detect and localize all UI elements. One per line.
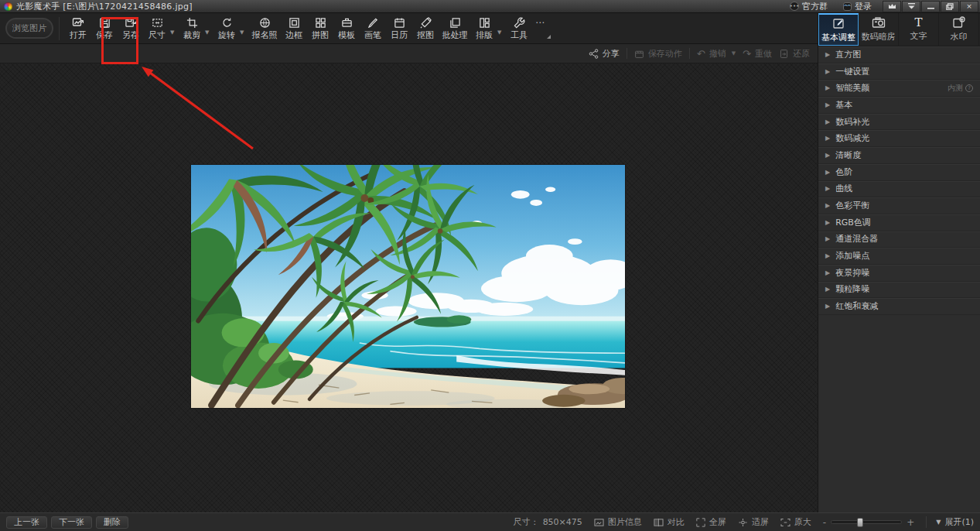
save-icon — [99, 15, 111, 29]
undo-button[interactable]: ↶ 撤销 ▼ — [697, 48, 736, 60]
revert-button[interactable]: 还原 — [779, 48, 810, 60]
window-title: 光影魔术手 [E:\图片\1720421458486.jpg] — [16, 1, 193, 12]
more-tools-button[interactable]: ⋯ — [532, 15, 552, 42]
expand-arrow-icon: ▶ — [825, 252, 830, 259]
expand-arrow-icon: ▶ — [825, 286, 830, 293]
actual-size-button[interactable]: 原大 — [780, 516, 811, 528]
zoom-in-button[interactable]: + — [907, 517, 914, 528]
panel-item-clarity[interactable]: ▶清晰度 — [818, 147, 980, 164]
zoom-control: - + — [823, 517, 914, 528]
main-toolbar: 浏览图片 打开 保存 另存 尺寸 ▼ — [0, 13, 818, 44]
panel-item-histogram[interactable]: ▶直方图 — [818, 46, 980, 63]
tab-text[interactable]: T 文字 — [899, 13, 939, 46]
panel-item-levels[interactable]: ▶色阶 — [818, 164, 980, 181]
batch-icon — [449, 15, 461, 29]
compare-button[interactable]: 对比 — [654, 516, 685, 528]
fit-screen-icon — [738, 518, 748, 527]
template-icon — [341, 15, 353, 29]
login-button[interactable]: ᴖᴖ 登录 — [838, 1, 877, 12]
expand-arrow-icon: ▶ — [825, 169, 830, 176]
expand-arrow-icon: ▶ — [825, 101, 830, 108]
minimize-button[interactable] — [921, 1, 940, 12]
save-action-button[interactable]: 保存动作 — [634, 48, 682, 60]
border-button[interactable]: 边框 — [282, 15, 306, 41]
help-icon[interactable]: ? — [965, 84, 973, 92]
template-button[interactable]: 模板 — [334, 15, 359, 41]
delete-image-button[interactable]: 删除 — [96, 516, 128, 529]
zoom-out-button[interactable]: - — [823, 517, 826, 528]
panel-item-channel-mixer[interactable]: ▶通道混合器 — [818, 231, 980, 248]
crop-button[interactable]: 裁剪 — [179, 15, 204, 41]
image-info-button[interactable]: 图片信息 — [594, 516, 642, 528]
official-group-button[interactable]: ••• 官方群 — [784, 1, 833, 12]
tools-button[interactable]: 工具 — [507, 15, 531, 41]
close-button[interactable]: × — [960, 1, 978, 12]
panel-tabs: 基本调整 数码暗房 T 文字 水印 — [818, 13, 980, 46]
main-menu-button[interactable] — [902, 1, 920, 12]
more-icon: ⋯ — [535, 17, 545, 28]
panel-item-curves[interactable]: ▶曲线 — [818, 181, 980, 198]
expand-arrow-icon: ▶ — [825, 68, 830, 75]
undo-dropdown-arrow[interactable]: ▼ — [732, 50, 736, 57]
restore-button[interactable] — [941, 1, 959, 12]
watermark-icon — [952, 16, 965, 29]
panel-item-night-denoise[interactable]: ▶夜景抑噪 — [818, 265, 980, 282]
camera-icon — [872, 16, 886, 29]
batch-process-button[interactable]: 批处理 — [439, 15, 470, 41]
fit-screen-button[interactable]: 适屏 — [738, 516, 769, 528]
save-button[interactable]: 保存 — [92, 15, 117, 41]
calendar-button[interactable]: 日历 — [387, 15, 411, 41]
expand-arrow-icon: ▶ — [825, 51, 830, 58]
tab-digital-darkroom[interactable]: 数码暗房 — [859, 13, 899, 46]
rotate-icon — [221, 15, 233, 29]
zoom-slider-thumb[interactable] — [857, 518, 863, 527]
calendar-icon — [394, 15, 405, 29]
chat-bubble-icon: ••• — [790, 2, 799, 11]
brush-button[interactable]: 画笔 — [360, 15, 385, 41]
fullscreen-button[interactable]: 全屏 — [696, 516, 726, 528]
panel-item-one-click[interactable]: ▶一键设置 — [818, 63, 980, 81]
picture-icon — [594, 518, 604, 527]
cutout-button[interactable]: 抠图 — [413, 15, 438, 41]
panel-item-fill-light[interactable]: ▶数码补光 — [818, 114, 980, 131]
redo-button[interactable]: ↷ 重做 — [743, 48, 772, 60]
next-image-button[interactable]: 下一张 — [51, 516, 92, 529]
skin-button[interactable] — [883, 1, 901, 12]
panel-item-basic[interactable]: ▶基本 — [818, 97, 980, 114]
rotate-button[interactable]: 旋转 — [214, 15, 239, 41]
action-bar: 分享 保存动作 ↶ 撤销 ▼ ↷ 重做 — [0, 44, 818, 63]
rotate-dropdown-arrow[interactable]: ▼ — [240, 29, 247, 36]
panel-item-grain-denoise[interactable]: ▶颗粒降噪 — [818, 282, 980, 299]
id-photo-button[interactable]: 报名照 — [249, 15, 280, 41]
share-button[interactable]: 分享 — [589, 48, 620, 60]
panel-item-color-balance[interactable]: ▶色彩平衡 — [818, 197, 980, 214]
browse-images-button[interactable]: 浏览图片 — [5, 18, 53, 39]
expand-arrow-icon: ▶ — [825, 135, 830, 142]
login-label: 登录 — [855, 1, 872, 12]
open-icon — [72, 15, 84, 29]
app-logo-icon — [4, 2, 12, 11]
layout-dropdown-arrow[interactable]: ▼ — [497, 29, 504, 36]
panel-item-smart-beauty[interactable]: ▶智能美颜 内测? — [818, 80, 980, 97]
brush-icon — [367, 15, 379, 29]
resize-dropdown-arrow[interactable]: ▼ — [170, 29, 177, 36]
right-panel: 基本调整 数码暗房 T 文字 水印 ▶直方图 ▶一键设置 ▶智能美颜 — [818, 13, 980, 512]
beach-image — [191, 165, 625, 408]
zoom-slider[interactable] — [831, 520, 902, 524]
panel-item-rgb-tone[interactable]: ▶RGB色调 — [818, 214, 980, 231]
panel-item-add-noise[interactable]: ▶添加噪点 — [818, 248, 980, 265]
open-button[interactable]: 打开 — [66, 15, 90, 41]
tab-watermark[interactable]: 水印 — [939, 13, 979, 46]
crop-dropdown-arrow[interactable]: ▼ — [205, 29, 212, 36]
panel-item-dim-light[interactable]: ▶数码减光 — [818, 130, 980, 147]
id-photo-icon — [259, 15, 271, 29]
title-bar: 光影魔术手 [E:\图片\1720421458486.jpg] ••• 官方群 … — [0, 0, 980, 13]
layout-button[interactable]: 排版 — [472, 15, 497, 41]
resize-button[interactable]: 尺寸 — [145, 15, 169, 41]
tab-basic-adjust[interactable]: 基本调整 — [818, 13, 859, 46]
panel-item-red-sat-decay[interactable]: ▶红饱和衰减 — [818, 298, 980, 315]
expand-filmstrip-button[interactable]: ▼ 展开(1) — [926, 516, 974, 528]
collage-button[interactable]: 拼图 — [308, 15, 333, 41]
prev-image-button[interactable]: 上一张 — [6, 516, 47, 529]
save-as-button[interactable]: 另存 — [118, 15, 143, 41]
